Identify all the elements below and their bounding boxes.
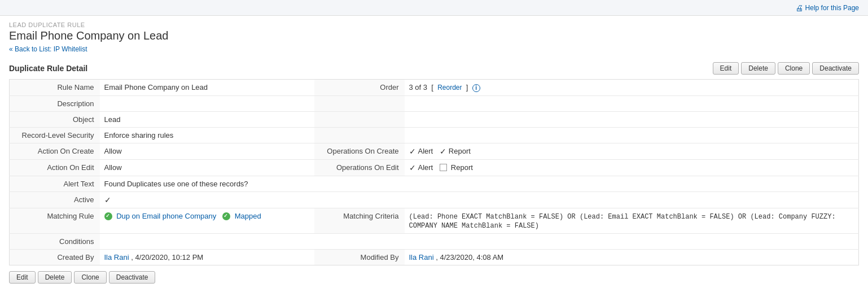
page-title: Email Phone Company on Lead xyxy=(9,29,859,42)
matching-rule-link1[interactable]: Dup on Email phone Company xyxy=(116,212,216,220)
printer-icon: 🖨 xyxy=(795,3,803,12)
record-level-security-label: Record-Level Security xyxy=(10,127,100,143)
created-by-link[interactable]: Ila Rani xyxy=(104,253,129,262)
action-on-edit-label: Action On Edit xyxy=(10,159,100,176)
action-on-create-label: Action On Create xyxy=(10,143,100,159)
ops-edit-report-label: Report xyxy=(451,163,473,172)
active-label: Active xyxy=(10,191,100,208)
info-icon[interactable]: i xyxy=(472,84,480,92)
modified-by-label: Modified By xyxy=(314,249,405,265)
green-dot-1 xyxy=(104,212,112,220)
object-value: Lead xyxy=(100,111,314,127)
help-label: Help for this Page xyxy=(805,4,859,12)
alert-text-value: Found Duplicates use one of these record… xyxy=(100,176,859,191)
created-by-label: Created By xyxy=(10,249,100,265)
edit-button-top[interactable]: Edit xyxy=(713,62,739,75)
ops-edit-alert-label: Alert xyxy=(418,163,433,172)
top-btn-group: Edit Delete Clone Deactivate xyxy=(713,62,859,75)
matching-rule-label: Matching Rule xyxy=(10,208,100,233)
clone-button-bottom[interactable]: Clone xyxy=(74,271,106,284)
ops-create-alert-check: ✓ xyxy=(409,147,416,156)
ops-edit-report-checkbox xyxy=(440,164,447,171)
description-value xyxy=(100,95,314,111)
active-row: Active ✓ xyxy=(10,191,859,208)
operations-on-edit-value: ✓ Alert Report xyxy=(405,159,859,176)
rule-name-label: Rule Name xyxy=(10,80,100,96)
order-value-text: 3 of 3 xyxy=(409,83,428,91)
rule-name-row: Rule Name Email Phone Company on Lead Or… xyxy=(10,80,859,96)
operations-on-edit-label: Operations On Edit xyxy=(314,159,405,176)
ops-create-report-check: ✓ xyxy=(440,147,446,156)
deactivate-button-bottom[interactable]: Deactivate xyxy=(109,271,156,284)
ops-edit-alert-check: ✓ xyxy=(409,163,416,172)
matching-rule-row: Matching Rule Dup on Email phone Company… xyxy=(10,208,859,233)
rule-name-value: Email Phone Company on Lead xyxy=(100,80,314,96)
ops-create-alert-label: Alert xyxy=(418,147,433,155)
created-by-value: Ila Rani , 4/20/2020, 10:12 PM xyxy=(100,249,314,265)
alert-text-row: Alert Text Found Duplicates use one of t… xyxy=(10,176,859,191)
modified-by-value: Ila Rani , 4/23/2020, 4:08 AM xyxy=(405,249,859,265)
detail-table: Rule Name Email Phone Company on Lead Or… xyxy=(9,79,859,265)
created-modified-row: Created By Ila Rani , 4/20/2020, 10:12 P… xyxy=(10,249,859,265)
modified-by-date: , 4/23/2020, 4:08 AM xyxy=(436,253,503,262)
conditions-label: Conditions xyxy=(10,233,100,249)
page-header: Lead Duplicate Rule Email Phone Company … xyxy=(0,16,868,56)
top-bar: 🖨 Help for this Page xyxy=(0,0,868,16)
object-row: Object Lead xyxy=(10,111,859,127)
content-area: Duplicate Rule Detail Edit Delete Clone … xyxy=(0,56,868,289)
description-label: Description xyxy=(10,95,100,111)
back-link[interactable]: « Back to List: IP Whitelist xyxy=(9,45,87,53)
conditions-row: Conditions xyxy=(10,233,859,249)
section-title: Duplicate Rule Detail xyxy=(9,64,87,73)
order-label: Order xyxy=(314,80,405,96)
modified-by-link[interactable]: Ila Rani xyxy=(409,253,434,262)
active-checkmark: ✓ xyxy=(104,195,111,204)
deactivate-button-top[interactable]: Deactivate xyxy=(812,62,859,75)
action-on-edit-row: Action On Edit Allow Operations On Edit … xyxy=(10,159,859,176)
action-on-create-row: Action On Create Allow Operations On Cre… xyxy=(10,143,859,159)
delete-button-top[interactable]: Delete xyxy=(741,62,775,75)
matching-criteria-label: Matching Criteria xyxy=(314,208,405,233)
matching-rule-value: Dup on Email phone Company Mapped xyxy=(100,208,314,233)
edit-button-bottom[interactable]: Edit xyxy=(9,271,36,284)
reorder-link[interactable]: Reorder xyxy=(437,84,462,91)
matching-rule-link2[interactable]: Mapped xyxy=(235,212,261,220)
breadcrumb-label: Lead Duplicate Rule xyxy=(9,21,859,28)
action-on-create-value: Allow xyxy=(100,143,314,159)
help-link[interactable]: 🖨 Help for this Page xyxy=(795,3,859,12)
created-by-date: , 4/20/2020, 10:12 PM xyxy=(131,253,203,262)
bottom-btn-group: Edit Delete Clone Deactivate xyxy=(9,271,859,284)
record-level-security-row: Record-Level Security Enforce sharing ru… xyxy=(10,127,859,143)
operations-on-create-value: ✓ Alert ✓ Report xyxy=(405,143,859,159)
operations-on-create-label: Operations On Create xyxy=(314,143,405,159)
section-header: Duplicate Rule Detail Edit Delete Clone … xyxy=(9,62,859,75)
delete-button-bottom[interactable]: Delete xyxy=(38,271,72,284)
action-on-edit-value: Allow xyxy=(100,159,314,176)
matching-criteria-value: (Lead: Phone EXACT MatchBlank = FALSE) O… xyxy=(405,208,859,233)
description-row: Description xyxy=(10,95,859,111)
active-value: ✓ xyxy=(100,191,859,208)
ops-create-report-label: Report xyxy=(449,147,471,155)
clone-button-top[interactable]: Clone xyxy=(778,62,810,75)
order-value: 3 of 3 [ Reorder ] i xyxy=(405,80,859,96)
object-label: Object xyxy=(10,111,100,127)
green-dot-2 xyxy=(222,212,230,220)
conditions-value xyxy=(100,233,859,249)
alert-text-label: Alert Text xyxy=(10,176,100,191)
record-level-security-value: Enforce sharing rules xyxy=(100,127,314,143)
matching-criteria-text: (Lead: Phone EXACT MatchBlank = FALSE) O… xyxy=(409,213,836,230)
